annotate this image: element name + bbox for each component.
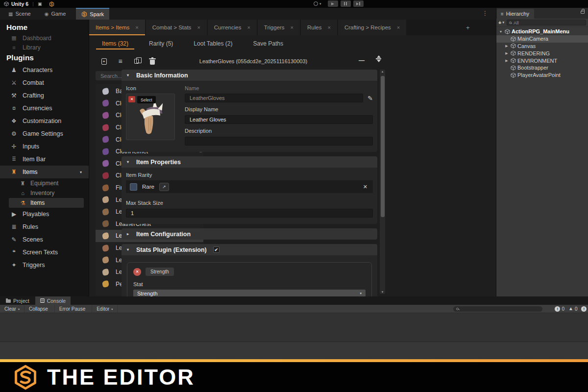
max-stack-size-field[interactable] xyxy=(126,209,373,218)
expand-caret-icon[interactable]: ▼ xyxy=(498,30,503,33)
remove-stat-button[interactable]: ✕ xyxy=(133,268,141,276)
add-gameobject-button[interactable]: + ▾ xyxy=(498,20,504,25)
sidebar-item[interactable]: ✦ Triggers xyxy=(0,259,89,271)
sidebar-item[interactable]: Plugins xyxy=(0,52,89,64)
sidebar-item[interactable]: ❖ Customization xyxy=(0,115,89,127)
hierarchy-node[interactable]: MainCamera xyxy=(496,35,588,43)
sub-tab[interactable]: Items (32) xyxy=(101,35,129,51)
tab-hierarchy[interactable]: ≡ Hierarchy xyxy=(497,9,534,19)
document-tab[interactable]: Rules × xyxy=(301,20,337,35)
document-tab[interactable]: Crafting > Recipes × xyxy=(338,20,406,35)
section-header-item-properties[interactable]: ▾ Item Properties xyxy=(122,156,377,168)
sidebar-item[interactable]: ✎ Scenes xyxy=(0,233,89,246)
remove-icon-button[interactable]: ✕ xyxy=(128,96,135,102)
description-field[interactable] xyxy=(185,137,373,146)
console-toolbar-button[interactable]: Editor ▾ xyxy=(92,305,118,313)
sidebar-item[interactable]: ▶ Playables xyxy=(0,208,89,220)
split-view-icon[interactable] xyxy=(376,55,381,62)
close-tab-icon[interactable]: × xyxy=(135,24,138,30)
sidebar-item[interactable]: ≡ Library xyxy=(0,43,89,52)
play-button[interactable] xyxy=(328,0,338,7)
section-header-item-configuration[interactable]: ▸ Item Configuration xyxy=(122,228,377,240)
close-tab-icon[interactable]: × xyxy=(197,24,200,30)
section-header-stats-plugin[interactable]: ▾ Stats Plugin (Extension) ✔ xyxy=(122,244,377,255)
hierarchy-search-box[interactable]: All xyxy=(507,20,586,25)
sidebar-item[interactable]: ⚗ Items xyxy=(9,198,84,208)
console-count-badge[interactable]: ! 0 xyxy=(555,306,564,312)
hierarchy-node[interactable]: Bootstrapper xyxy=(496,64,588,72)
close-tab-icon[interactable]: × xyxy=(291,24,294,30)
document-tab[interactable]: Triggers × xyxy=(258,20,300,35)
console-toolbar-button[interactable]: Error Pause xyxy=(55,305,92,313)
new-item-button[interactable]: + xyxy=(100,57,108,65)
select-icon-button[interactable]: Select xyxy=(137,96,156,103)
tab-spark[interactable]: Spark xyxy=(76,8,109,20)
document-tab[interactable]: Currencies × xyxy=(208,20,257,35)
sub-tab[interactable]: Save Paths xyxy=(252,35,284,51)
sidebar-item[interactable]: ♜ Equipment xyxy=(0,178,89,188)
close-tab-icon[interactable]: × xyxy=(397,24,400,30)
minimize-icon[interactable]: — xyxy=(359,57,365,64)
sidebar-item[interactable]: ♟ Characters xyxy=(0,64,89,76)
sidebar-item[interactable]: ❝ Screen Texts xyxy=(0,246,89,259)
item-icon-preview[interactable]: ✕ Select xyxy=(126,94,175,140)
tab-project[interactable]: Project xyxy=(1,296,34,305)
stat-dropdown[interactable]: Strength ▾ xyxy=(133,290,366,296)
sidebar-item[interactable]: ⚙ Game Settings xyxy=(0,127,89,140)
hierarchy-node[interactable]: ▼ ActionRPG_MainMenu xyxy=(496,28,588,35)
sub-tab[interactable]: Rarity (5) xyxy=(148,35,174,51)
clear-rarity-icon[interactable]: ✕ xyxy=(363,184,369,190)
hierarchy-node[interactable]: PlayerAvatarPoint xyxy=(496,72,588,79)
expand-caret-icon[interactable]: ▶ xyxy=(504,51,509,55)
close-tab-icon[interactable]: × xyxy=(327,24,330,30)
hierarchy-node[interactable]: ▶ ENVIRONMENT xyxy=(496,57,588,64)
sidebar-item-label: Dashboard xyxy=(23,35,51,42)
unity-account-icon[interactable]: ▾ xyxy=(314,1,321,6)
sidebar-item[interactable]: ▦ Dashboard xyxy=(0,33,89,43)
console-log-area[interactable] xyxy=(0,313,588,342)
open-rarity-icon[interactable]: ↗ xyxy=(159,183,169,191)
scrollbar-thumb[interactable] xyxy=(381,76,385,217)
lock-icon[interactable] xyxy=(581,11,585,14)
sidebar-item[interactable]: ⠿ Item Bar xyxy=(0,153,89,166)
sidebar-item[interactable]: Home xyxy=(0,22,89,33)
stats-plugin-checkbox[interactable]: ✔ xyxy=(213,246,220,253)
console-toolbar-button[interactable]: Clear ▾ xyxy=(0,305,24,313)
window-layout-icon[interactable]: ▣ xyxy=(38,1,42,6)
detail-scrollbar[interactable]: ▲ ▼ xyxy=(380,70,385,294)
sidebar-item[interactable]: ⚔ Combat xyxy=(0,76,89,89)
close-tab-icon[interactable]: × xyxy=(247,24,250,30)
console-toolbar-button[interactable]: Collapse xyxy=(24,305,55,313)
hierarchy-node[interactable]: ▶ RENDERING xyxy=(496,49,588,57)
sidebar-item[interactable]: ✛ Inputs xyxy=(0,140,89,153)
console-count-badge[interactable]: ! 0 xyxy=(581,306,588,312)
play-controls: ▾ xyxy=(314,0,364,7)
tab-game[interactable]: ◉ Game xyxy=(39,8,72,20)
console-search-input[interactable] xyxy=(461,306,539,312)
name-field[interactable] xyxy=(185,94,363,102)
scroll-up-icon[interactable]: ▲ xyxy=(380,70,385,73)
expand-caret-icon[interactable]: ▶ xyxy=(504,44,509,48)
icon-field-label: Icon xyxy=(126,85,176,91)
sidebar-item[interactable]: ¤ Currencies xyxy=(0,102,89,115)
document-tab[interactable]: Combat > Stats × xyxy=(146,20,207,35)
sidebar-item[interactable]: ♜ Items ▾ xyxy=(0,166,89,178)
sidebar-item[interactable]: ⌂ Inventory xyxy=(0,188,89,198)
add-tab-button[interactable]: + xyxy=(459,20,477,35)
edit-name-icon[interactable]: ✎ xyxy=(368,95,373,102)
expand-caret-icon[interactable]: ▶ xyxy=(504,59,509,63)
display-name-field[interactable] xyxy=(185,115,373,124)
step-button[interactable] xyxy=(353,0,364,7)
kebab-menu-icon[interactable]: ⋮ xyxy=(482,10,488,17)
tab-console[interactable]: Console xyxy=(35,296,71,305)
console-count-badge[interactable]: ▲ 0 xyxy=(568,306,577,312)
scroll-down-icon[interactable]: ▼ xyxy=(380,291,385,294)
sidebar-item[interactable]: ≣ Rules xyxy=(0,220,89,233)
document-tab[interactable]: Items > Items × xyxy=(89,20,145,35)
sub-tab[interactable]: Loot Tables (2) xyxy=(193,35,233,51)
section-header-basic-information[interactable]: ▾ Basic Information xyxy=(122,70,377,81)
tab-scene[interactable]: ▦ Scene xyxy=(3,8,36,20)
pause-button[interactable] xyxy=(341,0,351,7)
sidebar-item[interactable]: ⚒ Crafting xyxy=(0,89,89,102)
hierarchy-node[interactable]: ▶ Canvas xyxy=(496,43,588,50)
